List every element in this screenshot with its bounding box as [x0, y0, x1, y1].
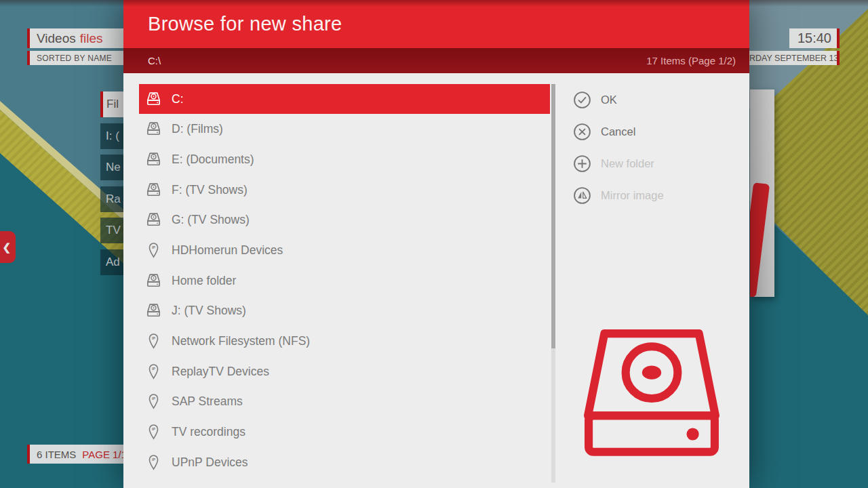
bg-menu-item[interactable]: Ne	[100, 155, 123, 180]
bg-menu-item[interactable]: Fil	[100, 92, 123, 117]
ip-pin-icon: IP	[144, 423, 163, 441]
ip-pin-icon: IP	[144, 241, 163, 260]
ok-button[interactable]: OK	[573, 90, 664, 109]
bg-menu-item[interactable]: I: (	[100, 123, 123, 149]
check-icon	[573, 91, 591, 109]
plus-icon	[573, 155, 591, 173]
items-info: 17 Items (Page 1/2)	[646, 55, 736, 66]
library-title: Videos	[37, 31, 76, 46]
list-item[interactable]: IP TV recordings	[139, 418, 550, 447]
list-scrollbar[interactable]	[551, 84, 555, 483]
items-page-bar: 6 ITEMS PAGE 1/1	[27, 445, 123, 464]
cancel-icon	[573, 123, 591, 141]
dialog-subheader: C:\ 17 Items (Page 1/2)	[123, 48, 749, 73]
dialog-header: Browse for new share	[123, 0, 749, 48]
list-item[interactable]: F: (TV Shows)	[139, 175, 550, 205]
scrollbar-thumb[interactable]	[551, 84, 555, 348]
current-path: C:\	[148, 55, 161, 66]
dialog-title: Browse for new share	[148, 13, 342, 35]
mirror-icon	[573, 186, 591, 205]
clock: 15:40	[789, 28, 840, 48]
background-menu: Fil I: ( Ne Ra TV Ad	[100, 92, 123, 281]
list-item[interactable]: IP UPnP Devices	[139, 447, 550, 477]
list-item[interactable]: E: (Documents)	[139, 144, 550, 174]
list-item[interactable]: D: (Films)	[139, 115, 550, 144]
ip-pin-icon: IP	[144, 332, 163, 350]
screen: Videos files SORTED BY NAME 15:40 RDAY S…	[0, 0, 868, 488]
list-item[interactable]: Home folder	[139, 266, 550, 296]
bg-menu-item[interactable]: TV	[100, 218, 123, 243]
cancel-button[interactable]: Cancel	[573, 122, 664, 141]
sort-bar[interactable]: SORTED BY NAME	[27, 51, 123, 65]
drive-icon	[144, 90, 163, 108]
svg-text:IP: IP	[152, 245, 155, 249]
library-title-bar: Videos files	[27, 28, 123, 48]
ip-pin-icon: IP	[144, 453, 163, 472]
sort-label: SORTED BY NAME	[37, 54, 112, 63]
hard-disk-illustration	[583, 329, 720, 464]
bg-menu-item[interactable]: Ad	[100, 249, 123, 275]
list-item[interactable]: G: (TV Shows)	[139, 205, 550, 235]
drive-icon	[144, 181, 163, 199]
chevron-left-icon: ❮	[2, 241, 11, 253]
list-item[interactable]: J: (TV Shows)	[139, 296, 550, 326]
library-title-accent: files	[80, 31, 103, 46]
drive-icon	[144, 272, 163, 290]
svg-text:IP: IP	[152, 427, 155, 431]
dialog-body: C: D: (Films) E: (Documents) F: (TV Show…	[123, 73, 749, 488]
svg-text:IP: IP	[152, 397, 155, 401]
list-item[interactable]: C:	[139, 84, 550, 114]
bg-menu-item[interactable]: Ra	[100, 186, 123, 212]
svg-text:IP: IP	[152, 336, 155, 340]
list-item[interactable]: IP Network Filesystem (NFS)	[139, 327, 550, 357]
list-item[interactable]: IP HDHomerun Devices	[139, 235, 550, 265]
poster-red-shape	[750, 182, 770, 297]
drive-icon	[144, 211, 163, 229]
ip-pin-icon: IP	[144, 363, 163, 381]
dialog-button-panel: OK Cancel New folder Mirror image	[573, 90, 664, 205]
svg-text:IP: IP	[152, 367, 155, 371]
drive-icon	[144, 302, 163, 320]
drive-icon	[144, 120, 163, 138]
date-label: RDAY SEPTEMBER 13	[748, 51, 840, 65]
svg-text:IP: IP	[152, 458, 155, 462]
poster-thumbnail	[750, 89, 774, 297]
list-item[interactable]: IP SAP Streams	[139, 387, 550, 417]
list-item[interactable]: IP ReplayTV Devices	[139, 357, 550, 386]
items-count: 6 ITEMS	[37, 449, 76, 460]
mirror-image-button: Mirror image	[573, 186, 664, 205]
ip-pin-icon: IP	[144, 392, 163, 411]
browse-share-dialog: Browse for new share C:\ 17 Items (Page …	[123, 0, 749, 488]
drive-icon	[144, 150, 163, 169]
page-indicator: PAGE 1/1	[82, 449, 123, 460]
share-list: C: D: (Films) E: (Documents) F: (TV Show…	[139, 84, 550, 478]
back-button[interactable]: ❮	[0, 231, 16, 263]
new-folder-button: New folder	[573, 154, 664, 173]
